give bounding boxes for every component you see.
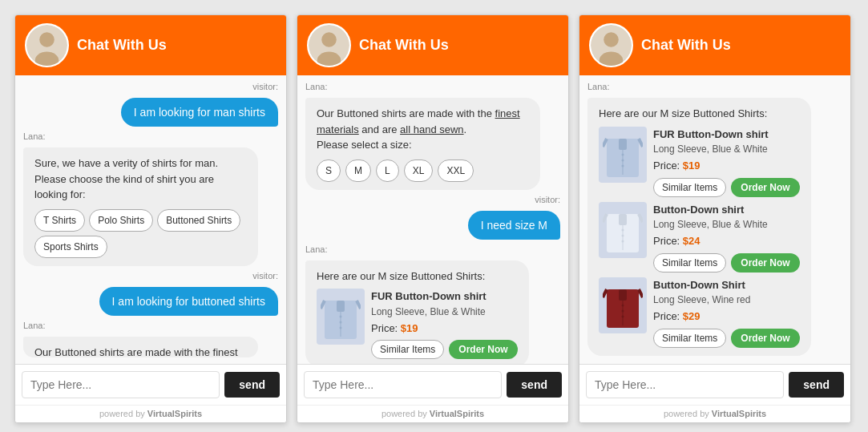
page-wrapper: Chat With Us visitor: I am looking for m… [8,8,860,430]
svg-line-20 [639,139,643,147]
similar-btn-w3-2[interactable]: Similar Items [653,253,726,273]
send-button-3[interactable]: send [789,372,844,398]
bubble-lana-w2b: Here are our M size Buttoned Shirts: [305,260,529,365]
product-info-1: FUR Button-Down shirt Long Sleeve, Blue … [371,289,518,359]
powered-by-2: powered by VirtualSpirits [297,405,568,422]
product-price-w3-1: Price: $19 [653,158,800,174]
product-name-w3-1: FUR Button-Down shirt [653,127,800,143]
chat-input-2[interactable] [304,371,502,398]
svg-line-19 [603,139,607,147]
size-l[interactable]: L [376,159,399,182]
avatar-2 [307,23,351,67]
product-card-w3-1: FUR Button-Down shirt Long Sleeve, Blue … [599,127,800,197]
svg-point-38 [622,304,624,306]
svg-line-28 [639,214,643,222]
product-info-w3-1: FUR Button-Down shirt Long Sleeve, Blue … [653,127,800,197]
product-desc-w3-2: Long Sleeve, Blue & White [653,217,800,232]
svg-point-22 [622,153,624,155]
lana-label-w2b: Lana: [305,244,560,254]
svg-rect-7 [337,301,345,312]
chat-window-2: Chat With Us Lana: Our Buttoned shirts a… [297,14,569,423]
chat-body-2: Lana: Our Buttoned shirts are made with … [297,75,568,364]
visitor-label-w2: visitor: [305,195,560,204]
product-img-1 [317,289,365,345]
chat-title-1: Chat With Us [77,37,167,54]
size-options: S M L XL XXL [317,159,529,182]
svg-line-36 [639,289,643,297]
similar-btn-w3-3[interactable]: Similar Items [653,329,726,348]
bubble-lana-w2: Our Buttoned shirts are made with the fi… [305,98,540,190]
svg-rect-26 [619,214,627,225]
product-name-w3-2: Button-Down shirt [653,202,800,218]
product-img-w3-3 [599,277,647,333]
chat-window-3: Chat With Us Lana: Here are our M size B… [579,14,851,423]
product-card-1: FUR Button-Down shirt Long Sleeve, Blue … [317,289,518,359]
svg-line-35 [603,289,607,297]
product-actions-w3-2: Similar Items Order Now [653,253,800,273]
product-desc-w3-3: Long Sleeve, Wine red [653,293,800,307]
shirt-tag-sports[interactable]: Sports Shirts [34,236,107,258]
send-button-1[interactable]: send [224,372,280,398]
svg-line-9 [357,301,361,309]
product-desc-1: Long Sleeve, Blue & White [371,305,518,319]
powered-by-3: powered by VirtualSpirits [579,405,850,422]
product-actions-w3-3: Similar Items Order Now [653,329,800,348]
chat-header-2: Chat With Us [297,15,568,75]
chat-title-3: Chat With Us [641,37,731,54]
bubble-visitor: I am looking for man shirts [121,98,278,127]
lana-label-w3: Lana: [587,82,842,91]
svg-rect-18 [619,139,627,150]
svg-point-23 [622,159,624,161]
svg-point-15 [604,32,619,47]
avatar-3 [589,23,633,67]
shirt-tag-buttoned[interactable]: Buttoned Shirts [157,209,240,232]
chat-input-1[interactable] [22,371,220,398]
order-btn-w3-3[interactable]: Order Now [731,329,799,348]
brand-2: VirtualSpirits [430,409,484,418]
shirt-tag-polo[interactable]: Polo Shirts [89,209,153,232]
visitor-label: visitor: [23,82,278,91]
shirt-tag-tshirts[interactable]: T Shirts [34,209,85,232]
product-card-w3-3: Button-Down Shirt Long Sleeve, Wine red … [599,277,800,348]
chat-footer-2: send [297,364,568,405]
svg-point-12 [340,321,342,324]
bubble-lana-w3: Here are our M size Buttoned Shirts: [587,98,811,356]
similar-btn-w3-1[interactable]: Similar Items [653,178,726,197]
shirt-options: T Shirts Polo Shirts Buttoned Shirts Spo… [34,209,247,258]
svg-point-24 [622,164,624,167]
product-info-w3-2: Button-Down shirt Long Sleeve, Blue & Wh… [653,202,800,273]
svg-line-8 [321,301,325,309]
powered-by-1: powered by VirtualSpirits [15,405,286,422]
svg-point-32 [622,240,624,242]
product-desc-w3-1: Long Sleeve, Blue & White [653,142,800,156]
svg-point-4 [321,32,337,47]
send-button-2[interactable]: send [507,372,562,398]
chat-body-1: visitor: I am looking for man shirts Lan… [15,75,286,364]
size-xl[interactable]: XL [404,159,434,182]
product-img-w3-2 [599,202,647,258]
chat-footer-3: send [579,364,850,405]
similar-btn-1[interactable]: Similar Items [371,340,444,359]
chat-header-3: Chat With Us [579,15,850,75]
chat-body-3: Lana: Here are our M size Buttoned Shirt… [579,75,850,364]
order-btn-w3-2[interactable]: Order Now [731,253,799,273]
visitor-label-2: visitor: [23,271,278,281]
svg-point-13 [340,327,342,329]
order-btn-1[interactable]: Order Now [449,340,517,359]
product-actions-1: Similar Items Order Now [371,340,518,359]
brand-1: VirtualSpirits [147,409,202,418]
avatar-1 [25,23,69,67]
order-btn-w3-1[interactable]: Order Now [731,178,799,197]
bubble-lana: Sure, we have a verity of shirts for man… [23,147,258,266]
size-m[interactable]: M [345,159,371,182]
svg-line-27 [603,214,607,222]
product-img-w3-1 [599,127,647,183]
svg-point-39 [622,309,624,312]
bubble-lana-2: Our Buttoned shirts are made with the fi… [23,337,258,358]
size-xxl[interactable]: XXL [438,159,474,182]
product-price-1: Price: $19 [371,321,518,337]
svg-point-11 [340,316,342,318]
chat-input-3[interactable] [586,371,784,398]
size-s[interactable]: S [317,159,341,182]
svg-rect-34 [619,289,627,301]
